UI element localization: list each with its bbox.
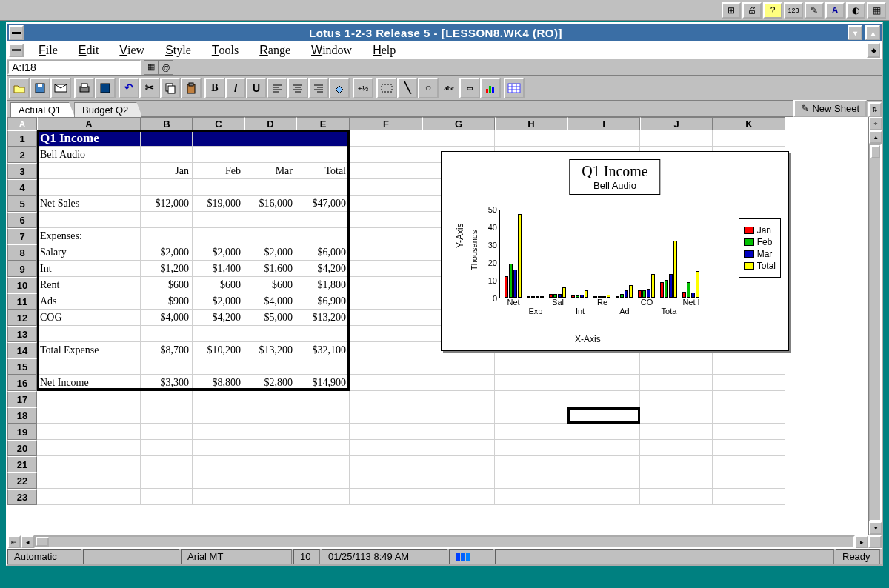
scroll-right-icon[interactable]: ▸	[855, 535, 868, 549]
cell[interactable]	[422, 472, 495, 489]
cut-icon[interactable]: ✂	[139, 78, 160, 98]
cell[interactable]	[422, 358, 495, 375]
cell[interactable]	[244, 358, 296, 375]
cell[interactable]	[350, 440, 422, 456]
cell[interactable]: $32,100	[296, 342, 350, 358]
cell[interactable]	[244, 212, 296, 228]
cell[interactable]	[350, 326, 422, 342]
row-header[interactable]: 7	[7, 228, 37, 244]
cell[interactable]	[713, 358, 785, 375]
system-menu-icon[interactable]	[9, 25, 24, 40]
cell[interactable]	[141, 358, 193, 375]
os-tray-icon[interactable]: 123	[784, 2, 803, 19]
cell[interactable]	[37, 163, 141, 179]
cell[interactable]: Ads	[37, 293, 141, 310]
os-tray-icon[interactable]: ⊞	[722, 2, 741, 19]
column-header[interactable]: E	[296, 117, 350, 130]
document-system-menu-icon[interactable]	[9, 44, 24, 57]
cell[interactable]: Net Income	[37, 375, 141, 391]
cell[interactable]	[193, 212, 244, 228]
cell[interactable]	[350, 212, 422, 228]
row-header[interactable]: 23	[7, 489, 37, 505]
menu-view[interactable]: View	[109, 42, 155, 59]
cell[interactable]	[422, 489, 495, 505]
cell[interactable]	[350, 147, 422, 163]
cell[interactable]	[193, 130, 244, 147]
cell[interactable]: $47,000	[296, 196, 350, 212]
cell[interactable]	[296, 228, 350, 244]
cell[interactable]	[495, 407, 567, 424]
cell[interactable]	[640, 375, 713, 391]
cell[interactable]	[141, 130, 193, 147]
column-header[interactable]: B	[141, 117, 193, 130]
cell[interactable]	[640, 407, 713, 424]
cell[interactable]	[350, 261, 422, 277]
cell[interactable]	[244, 489, 296, 505]
cell[interactable]	[193, 424, 244, 440]
cell[interactable]	[296, 391, 350, 407]
menu-style[interactable]: Style	[155, 42, 202, 59]
cell[interactable]	[193, 456, 244, 472]
italic-button[interactable]: I	[225, 78, 246, 98]
cell[interactable]: $1,800	[296, 277, 350, 293]
cell[interactable]	[567, 358, 640, 375]
cell[interactable]	[350, 472, 422, 489]
cell[interactable]	[567, 472, 640, 489]
cell[interactable]	[495, 472, 567, 489]
cell[interactable]	[244, 440, 296, 456]
bold-button[interactable]: B	[204, 78, 225, 98]
cell[interactable]	[567, 407, 640, 424]
cell[interactable]	[141, 212, 193, 228]
cell[interactable]	[141, 424, 193, 440]
copy-icon[interactable]	[160, 78, 181, 98]
row-header[interactable]: 6	[7, 212, 37, 228]
cell[interactable]	[37, 212, 141, 228]
print-icon[interactable]	[74, 78, 95, 98]
chart-icon[interactable]	[480, 78, 501, 98]
cell[interactable]	[567, 375, 640, 391]
cell[interactable]	[640, 358, 713, 375]
cell[interactable]	[296, 456, 350, 472]
cell[interactable]	[244, 424, 296, 440]
cell[interactable]	[296, 326, 350, 342]
cell[interactable]: $8,800	[193, 375, 244, 391]
cell[interactable]	[713, 489, 785, 505]
cell[interactable]	[296, 212, 350, 228]
cell[interactable]	[296, 407, 350, 424]
scroll-up-icon[interactable]: ▴	[869, 130, 882, 144]
cell[interactable]	[350, 342, 422, 358]
cell[interactable]	[495, 358, 567, 375]
cell[interactable]: $4,200	[193, 310, 244, 326]
cell[interactable]	[193, 358, 244, 375]
cell[interactable]	[296, 424, 350, 440]
cell[interactable]	[350, 424, 422, 440]
column-header[interactable]: G	[422, 117, 495, 130]
sheet-tab[interactable]: Actual Q1	[10, 102, 75, 117]
cell[interactable]	[713, 407, 785, 424]
cell[interactable]: Q1 Income	[37, 130, 141, 147]
cell[interactable]	[495, 456, 567, 472]
tab-prev-icon[interactable]: ◂	[21, 535, 34, 549]
cell[interactable]: Net Sales	[37, 196, 141, 212]
sheet-corner[interactable]: A	[7, 117, 37, 130]
cell[interactable]: $2,000	[244, 244, 296, 261]
column-header[interactable]: C	[193, 117, 244, 130]
row-header[interactable]: 5	[7, 196, 37, 212]
cell[interactable]	[141, 228, 193, 244]
cell[interactable]	[640, 391, 713, 407]
align-center-icon[interactable]	[287, 78, 308, 98]
cell[interactable]	[37, 440, 141, 456]
cell[interactable]: Total Expense	[37, 342, 141, 358]
cell[interactable]	[141, 391, 193, 407]
cell[interactable]: $10,200	[193, 342, 244, 358]
cell[interactable]	[713, 456, 785, 472]
row-header[interactable]: 1	[7, 130, 37, 147]
cell[interactable]: Mar	[244, 163, 296, 179]
row-header[interactable]: 19	[7, 424, 37, 440]
cell-reference-box[interactable]: A:I18	[7, 60, 141, 75]
os-tray-icon[interactable]: A	[825, 2, 845, 19]
column-header[interactable]: J	[640, 117, 713, 130]
cell[interactable]	[350, 130, 422, 147]
fill-color-icon[interactable]	[329, 78, 350, 98]
cell[interactable]	[422, 407, 495, 424]
